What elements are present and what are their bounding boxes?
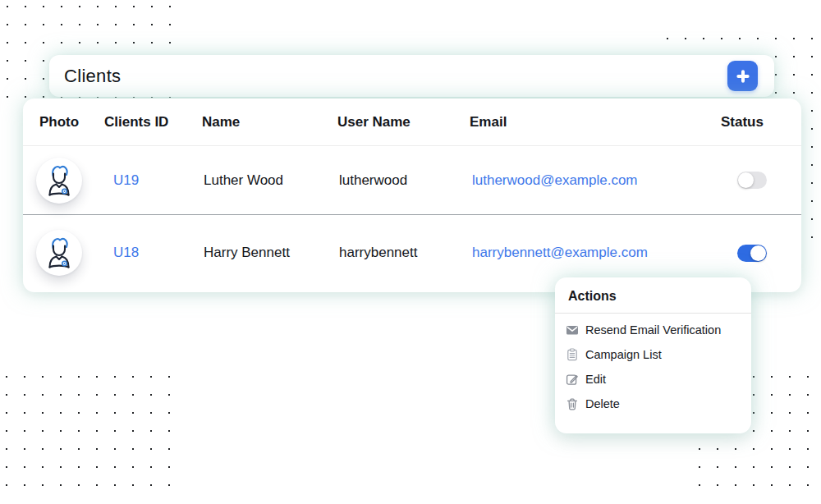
menu-item-delete[interactable]: Delete [555, 392, 751, 416]
menu-item-edit[interactable]: Edit [555, 367, 751, 392]
client-avatar [36, 158, 82, 204]
avatar-icon [41, 163, 77, 199]
table-row: U19 Luther Wood lutherwood lutherwood@ex… [23, 146, 801, 215]
client-name: Luther Wood [202, 172, 337, 189]
menu-item-label: Delete [585, 397, 620, 410]
page-title: Clients [64, 66, 121, 87]
client-email-link[interactable]: lutherwood@example.com [470, 172, 721, 189]
edit-icon [566, 373, 579, 386]
clients-table: Photo Clients ID Name User Name Email St… [23, 99, 801, 292]
menu-item-resend-email-verification[interactable]: Resend Email Verification [555, 318, 751, 342]
envelope-icon [566, 323, 579, 337]
status-toggle[interactable] [737, 245, 767, 262]
menu-item-label: Resend Email Verification [585, 323, 721, 337]
menu-item-label: Campaign List [585, 348, 662, 361]
menu-item-campaign-list[interactable]: Campaign List [555, 342, 751, 367]
column-header-clients-id: Clients ID [104, 114, 202, 131]
column-header-name: Name [202, 114, 337, 131]
status-toggle[interactable] [737, 172, 767, 189]
clipboard-list-icon [566, 348, 579, 361]
column-header-photo: Photo [39, 114, 104, 131]
plus-icon [733, 66, 753, 86]
toggle-knob [750, 245, 766, 261]
client-email-link[interactable]: harrybennett@example.com [470, 245, 721, 261]
trash-icon [566, 397, 579, 410]
add-client-button[interactable] [727, 61, 758, 91]
actions-menu-title: Actions [555, 289, 751, 313]
client-username: lutherwood [337, 172, 470, 189]
dot-pattern [0, 368, 172, 493]
client-username: harrybennett [337, 245, 470, 261]
client-name: Harry Bennett [202, 245, 337, 261]
toggle-knob [738, 172, 754, 188]
client-avatar [36, 230, 82, 276]
client-id-link[interactable]: U18 [104, 245, 202, 261]
avatar-icon [41, 235, 77, 271]
column-header-email: Email [470, 114, 721, 131]
table-header-row: Photo Clients ID Name User Name Email St… [23, 99, 801, 146]
column-header-status: Status [721, 114, 785, 131]
actions-menu: Actions Resend Email Verification Campai… [555, 277, 751, 433]
menu-item-label: Edit [585, 373, 606, 386]
client-id-link[interactable]: U19 [104, 172, 202, 189]
actions-menu-list: Resend Email Verification Campaign List … [555, 314, 751, 416]
column-header-user-name: User Name [337, 114, 470, 131]
page-header-card: Clients [49, 55, 774, 97]
